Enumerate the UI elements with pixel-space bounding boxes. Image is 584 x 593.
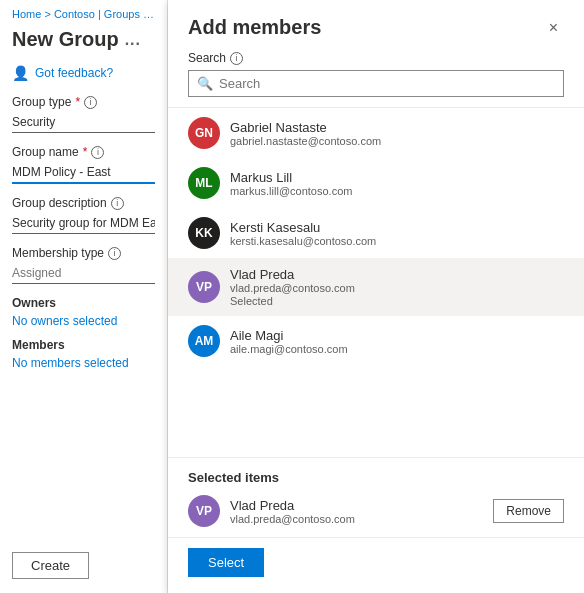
member-name: Gabriel Nastaste [230, 120, 381, 135]
member-name: Vlad Preda [230, 267, 355, 282]
search-input-wrap: 🔍 [188, 70, 564, 97]
feedback-row[interactable]: 👤 Got feedback? [12, 65, 155, 81]
members-label: Members [12, 338, 155, 352]
list-item[interactable]: KKKersti Kasesalukersti.kasesalu@contoso… [168, 208, 584, 258]
group-desc-info-icon[interactable]: i [111, 197, 124, 210]
selected-section: Selected items VP Vlad Preda vlad.preda@… [168, 457, 584, 537]
search-info-icon[interactable]: i [230, 52, 243, 65]
avatar: VP [188, 271, 220, 303]
list-item[interactable]: GNGabriel Nastastegabriel.nastaste@conto… [168, 108, 584, 158]
modal-header: Add members × [168, 0, 584, 51]
membership-type-input[interactable] [12, 263, 155, 284]
search-label: Search i [188, 51, 564, 65]
breadcrumb: Home > Contoso | Groups > Gr [12, 8, 155, 20]
group-type-input[interactable] [12, 112, 155, 133]
owners-label: Owners [12, 296, 155, 310]
list-item[interactable]: MLMarkus Lillmarkus.lill@contoso.com [168, 158, 584, 208]
group-name-label: Group name * i [12, 145, 155, 159]
search-section: Search i 🔍 [168, 51, 584, 107]
page-title: New Group [12, 28, 119, 51]
member-name: Kersti Kasesalu [230, 220, 376, 235]
selected-member-name: Vlad Preda [230, 498, 483, 513]
group-desc-field: Group description i [12, 196, 155, 234]
ellipsis-button[interactable]: ... [125, 31, 141, 49]
members-section: Members No members selected [12, 338, 155, 370]
member-email: aile.magi@contoso.com [230, 343, 348, 355]
avatar: AM [188, 325, 220, 357]
member-email: gabriel.nastaste@contoso.com [230, 135, 381, 147]
membership-type-label: Membership type i [12, 246, 155, 260]
selected-item-row: VP Vlad Preda vlad.preda@contoso.com Rem… [188, 495, 564, 527]
create-button[interactable]: Create [12, 552, 89, 579]
avatar: ML [188, 167, 220, 199]
no-owners-link[interactable]: No owners selected [12, 314, 117, 328]
group-name-field: Group name * i [12, 145, 155, 184]
group-name-info-icon[interactable]: i [91, 146, 104, 159]
membership-info-icon[interactable]: i [108, 247, 121, 260]
search-input[interactable] [219, 76, 555, 91]
page-title-row: New Group ... [12, 28, 155, 51]
modal-footer: Select [168, 537, 584, 593]
member-info: Gabriel Nastastegabriel.nastaste@contoso… [230, 120, 381, 147]
required-star-name: * [83, 145, 88, 159]
membership-type-field: Membership type i [12, 246, 155, 284]
avatar: GN [188, 117, 220, 149]
group-name-input[interactable] [12, 162, 155, 184]
modal-title: Add members [188, 16, 321, 39]
close-button[interactable]: × [543, 17, 564, 39]
list-item[interactable]: AMAile Magiaile.magi@contoso.com [168, 316, 584, 366]
selected-avatar: VP [188, 495, 220, 527]
member-info: Markus Lillmarkus.lill@contoso.com [230, 170, 352, 197]
avatar: KK [188, 217, 220, 249]
group-type-label: Group type * i [12, 95, 155, 109]
member-info: Kersti Kasesalukersti.kasesalu@contoso.c… [230, 220, 376, 247]
member-list: GNGabriel Nastastegabriel.nastaste@conto… [168, 107, 584, 457]
member-name: Aile Magi [230, 328, 348, 343]
list-item[interactable]: VPVlad Predavlad.preda@contoso.comSelect… [168, 258, 584, 316]
remove-button[interactable]: Remove [493, 499, 564, 523]
group-desc-input[interactable] [12, 213, 155, 234]
selected-items-title: Selected items [188, 470, 564, 485]
search-icon: 🔍 [197, 76, 213, 91]
selected-member-email: vlad.preda@contoso.com [230, 513, 483, 525]
group-type-info-icon[interactable]: i [84, 96, 97, 109]
add-members-modal: Add members × Search i 🔍 GNGabriel Nasta… [168, 0, 584, 593]
member-email: kersti.kasesalu@contoso.com [230, 235, 376, 247]
left-panel: Home > Contoso | Groups > Gr New Group .… [0, 0, 168, 593]
selected-tag: Selected [230, 295, 355, 307]
person-icon: 👤 [12, 65, 29, 81]
member-email: vlad.preda@contoso.com [230, 282, 355, 294]
no-members-link[interactable]: No members selected [12, 356, 129, 370]
select-button[interactable]: Select [188, 548, 264, 577]
required-star: * [75, 95, 80, 109]
feedback-text: Got feedback? [35, 66, 113, 80]
member-name: Markus Lill [230, 170, 352, 185]
selected-item-info: Vlad Preda vlad.preda@contoso.com [230, 498, 483, 525]
owners-section: Owners No owners selected [12, 296, 155, 328]
member-email: markus.lill@contoso.com [230, 185, 352, 197]
group-type-field: Group type * i [12, 95, 155, 133]
member-info: Vlad Predavlad.preda@contoso.comSelected [230, 267, 355, 307]
member-info: Aile Magiaile.magi@contoso.com [230, 328, 348, 355]
group-desc-label: Group description i [12, 196, 155, 210]
